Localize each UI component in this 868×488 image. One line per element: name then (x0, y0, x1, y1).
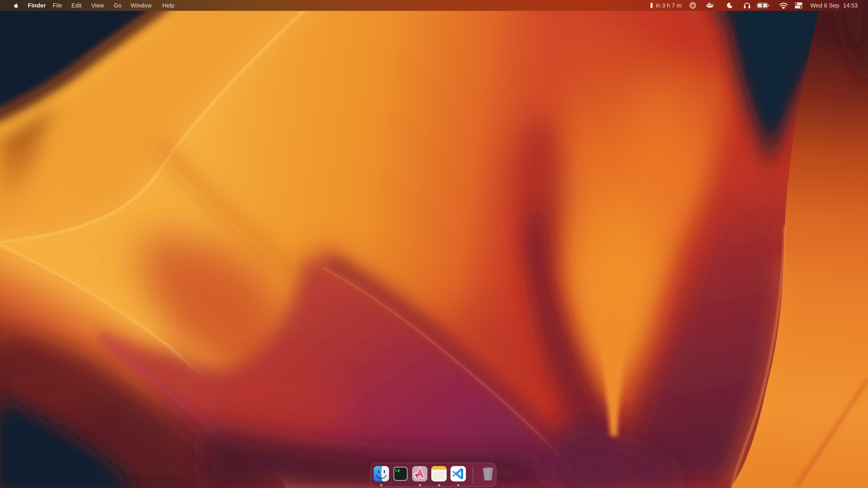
svg-text:$: $ (395, 469, 397, 473)
